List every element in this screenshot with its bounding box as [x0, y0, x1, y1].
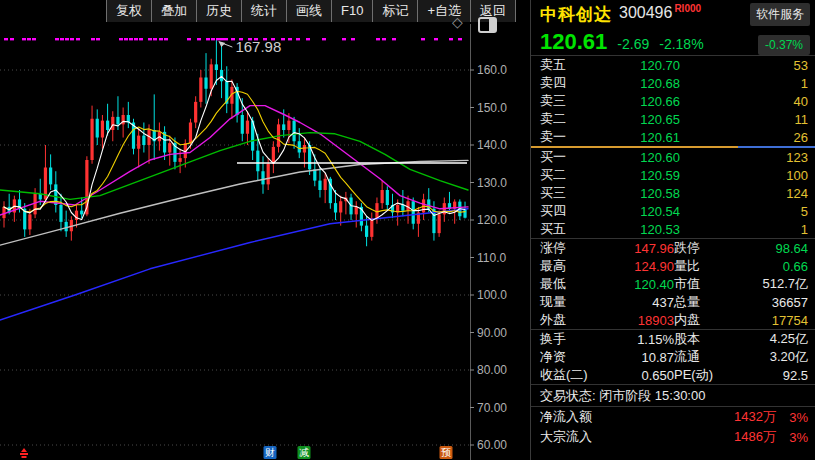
ask-row-3[interactable]: 卖三 120.66 40	[531, 92, 815, 110]
trade-status-text: 交易状态: 闭市阶段 15:30:00	[540, 387, 705, 405]
order-price: 120.58	[586, 186, 680, 201]
order-volume: 1	[680, 76, 808, 91]
stat-value: 0.650	[598, 368, 674, 383]
stat-value: 1.15%	[598, 332, 674, 347]
sector-badge[interactable]: 软件服务	[750, 3, 810, 26]
stat-value: 17754	[722, 313, 808, 328]
price-axis-label: 140.0	[477, 138, 507, 152]
ask-row-5[interactable]: 卖五 120.70 53	[531, 56, 815, 74]
order-price: 120.59	[586, 168, 680, 183]
grid-layer	[0, 70, 470, 445]
order-price: 120.60	[586, 150, 680, 165]
order-level-label: 卖一	[540, 128, 586, 146]
stat-value: 36657	[722, 295, 808, 310]
order-level-label: 买二	[540, 166, 586, 184]
stat-label: 股本	[674, 330, 722, 348]
panel-toggle-icon[interactable]	[478, 17, 497, 33]
stat-label: 涨停	[540, 239, 598, 257]
price-axis-label: 130.0	[477, 176, 507, 190]
event-badge-预[interactable]: 预	[440, 446, 453, 459]
stats-row-low: 最低 120.40 市值 512.7亿	[531, 275, 815, 293]
order-level-label: 卖二	[540, 110, 586, 128]
flow-percent: 3%	[776, 410, 808, 425]
stat-label: 跌停	[674, 239, 722, 257]
order-price: 120.61	[586, 130, 680, 145]
event-badge-减[interactable]: 减	[298, 446, 311, 459]
event-badge-layer: 财减预	[20, 446, 453, 459]
bid-row-1[interactable]: 买一 120.60 123	[531, 148, 815, 166]
peak-price-label: 167.98	[235, 38, 281, 55]
stat-label: 收益(二)	[540, 366, 598, 384]
stats-row-lots: 外盘 18903 内盘 17754	[531, 311, 815, 329]
event-badge-财[interactable]: 财	[264, 446, 277, 459]
order-volume: 5	[680, 204, 808, 219]
stat-value: 0.66	[722, 259, 808, 274]
price-axis-label: 110.0	[477, 251, 506, 265]
stat-label: PE(动)	[674, 366, 722, 384]
stat-label: 最低	[540, 275, 598, 293]
stat-value: 18903	[598, 313, 674, 328]
stat-value: 120.40	[598, 277, 674, 292]
order-price: 120.53	[586, 222, 680, 237]
ask-row-4[interactable]: 卖四 120.68 1	[531, 74, 815, 92]
trade-status: 交易状态: 闭市阶段 15:30:00	[531, 385, 815, 406]
flow-label: 净流入额	[540, 408, 622, 426]
stat-value: 92.5	[722, 368, 808, 383]
stats-row-high: 最高 124.90 量比 0.66	[531, 257, 815, 275]
block-inflow-row[interactable]: 大宗流入 1486万 3%	[531, 427, 815, 447]
bid-row-2[interactable]: 买二 120.59 100	[531, 166, 815, 184]
order-price: 120.68	[586, 76, 680, 91]
bid-row-3[interactable]: 买三 120.58 124	[531, 184, 815, 202]
svg-text:财: 财	[265, 447, 275, 458]
svg-text:预: 预	[441, 447, 451, 458]
stat-label: 现量	[540, 293, 598, 311]
last-price: 120.61	[540, 29, 607, 55]
stat-label: 换手	[540, 330, 598, 348]
order-volume: 1	[680, 222, 808, 237]
stat-value: 147.96	[598, 241, 674, 256]
price-axis-label: 150.0	[477, 101, 507, 115]
bid-row-4[interactable]: 买四 120.54 5	[531, 202, 815, 220]
net-inflow-row[interactable]: 净流入额 1432万 3%	[531, 407, 815, 427]
stat-label: 流通	[674, 348, 722, 366]
ask-row-1[interactable]: 卖一 120.61 26	[531, 128, 815, 146]
order-volume: 100	[680, 168, 808, 183]
stat-label: 净资	[540, 348, 598, 366]
price-axis: 160.0150.0140.0130.0120.0110.0100.090.00…	[470, 24, 507, 460]
stats-row-volume: 现量 437 总量 36657	[531, 293, 815, 311]
stock-trading-app: 复权 叠加 历史 统计 画线 F10 标记 +自选 返回 167.98160.0…	[0, 0, 815, 460]
stats-row-turnover: 换手 1.15% 股本 4.25亿	[531, 330, 815, 348]
stat-value: 437	[598, 295, 674, 310]
ask-row-2[interactable]: 卖二 120.65 11	[531, 110, 815, 128]
stock-flag: RI000	[674, 3, 701, 14]
price-change: -2.69	[617, 36, 649, 52]
order-volume: 11	[680, 112, 808, 127]
price-axis-label: 120.0	[477, 213, 507, 227]
alert-marker-icon	[20, 448, 28, 458]
order-level-label: 卖三	[540, 92, 586, 110]
stat-label: 外盘	[540, 311, 598, 329]
sector-change-badge: -0.37%	[758, 35, 810, 55]
order-level-label: 卖四	[540, 74, 586, 92]
ma-layer	[0, 76, 468, 320]
peak-annotation: 167.98	[218, 38, 281, 55]
stat-value: 3.20亿	[722, 348, 808, 366]
stats-row-limits: 涨停 147.96 跌停 98.64	[531, 239, 815, 257]
stat-label: 最高	[540, 257, 598, 275]
stat-value: 10.87	[598, 350, 674, 365]
order-volume: 53	[680, 58, 808, 73]
bid-row-5[interactable]: 买五 120.53 1	[531, 220, 815, 238]
stat-label: 总量	[674, 293, 722, 311]
order-price: 120.70	[586, 58, 680, 73]
order-level-label: 卖五	[540, 56, 586, 74]
order-volume: 26	[680, 130, 808, 145]
order-level-label: 买一	[540, 148, 586, 166]
flow-percent: 3%	[776, 430, 808, 445]
stock-name: 中科创达	[540, 3, 612, 26]
event-dash-layer	[4, 38, 462, 40]
diamond-marker-icon[interactable]: ◇	[452, 15, 463, 29]
stats-row-eps: 收益(二) 0.650 PE(动) 92.5	[531, 366, 815, 384]
price-axis-label: 60.00	[477, 438, 507, 452]
stat-value: 4.25亿	[722, 330, 808, 348]
kline-chart[interactable]: 167.98160.0150.0140.0130.0120.0110.0100.…	[0, 0, 530, 460]
